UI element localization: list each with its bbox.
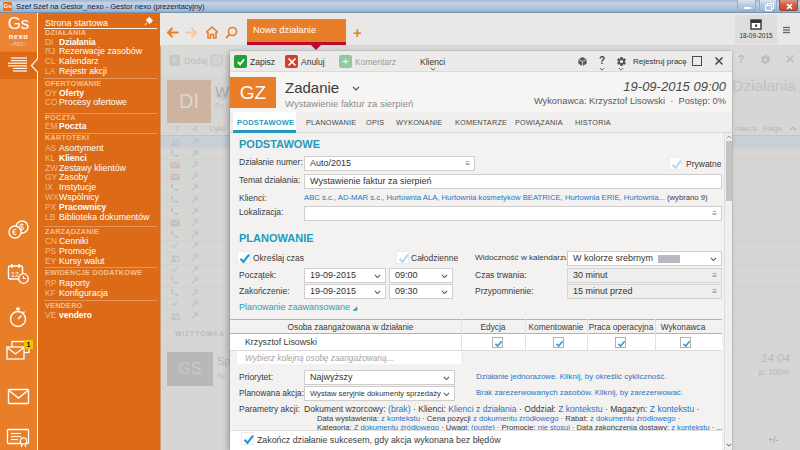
svg-text:12: 12 [11, 271, 19, 278]
svg-text:€: € [12, 227, 17, 237]
